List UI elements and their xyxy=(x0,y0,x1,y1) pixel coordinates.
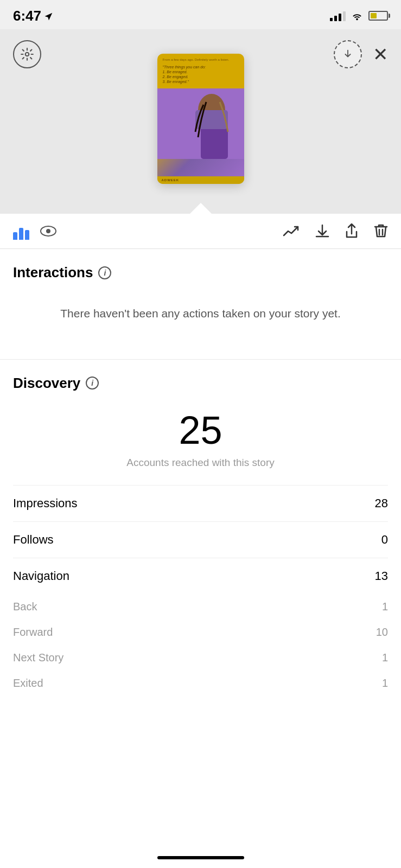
discovery-title: Discovery i xyxy=(13,375,388,392)
download-button[interactable] xyxy=(315,224,329,239)
interactions-info-button[interactable]: i xyxy=(98,266,111,279)
navigation-next-story-row: Next Story 1 xyxy=(13,645,388,671)
navigation-value: 13 xyxy=(375,569,388,583)
discovery-big-number: 25 xyxy=(13,408,388,452)
navigation-row: Navigation 13 xyxy=(13,558,388,594)
navigation-back-value: 1 xyxy=(382,601,388,613)
home-indicator xyxy=(157,856,244,859)
gear-button[interactable] xyxy=(13,40,41,68)
navigation-next-story-label: Next Story xyxy=(13,652,63,664)
navigation-forward-label: Forward xyxy=(13,626,53,639)
impressions-label: Impressions xyxy=(13,496,78,510)
download-circle-button[interactable] xyxy=(334,40,362,68)
download-circle-icon xyxy=(342,48,354,60)
interactions-label: Interactions xyxy=(13,264,93,281)
signal-bar-2 xyxy=(334,16,337,21)
status-time: 6:47 xyxy=(13,8,54,24)
impressions-value: 28 xyxy=(375,496,388,510)
navigation-forward-row: Forward 10 xyxy=(13,620,388,645)
share-button[interactable] xyxy=(345,223,359,239)
discovery-label: Discovery xyxy=(13,375,80,392)
wifi-icon xyxy=(351,11,363,21)
interactions-empty-message: There haven't been any actions taken on … xyxy=(13,283,388,344)
story-card-text: From a few days ago. Definitely worth a … xyxy=(157,54,244,88)
location-arrow-icon xyxy=(44,11,54,21)
story-card: From a few days ago. Definitely worth a … xyxy=(157,54,244,184)
interactions-section: Interactions i There haven't been any ac… xyxy=(0,249,401,360)
follows-row: Follows 0 xyxy=(13,521,388,558)
battery-fill xyxy=(371,13,377,18)
story-card-image xyxy=(157,88,244,176)
content: Interactions i There haven't been any ac… xyxy=(0,249,401,711)
navigation-back-label: Back xyxy=(13,601,37,613)
discovery-section: Discovery i 25 Accounts reached with thi… xyxy=(0,360,401,711)
gear-icon xyxy=(20,47,34,61)
story-notch xyxy=(190,203,212,214)
story-preview-area: ✕ From a few days ago. Definitely worth … xyxy=(0,29,401,214)
story-quote: "Three things you can do: 1. Be enraged.… xyxy=(163,65,239,84)
navigation-exited-label: Exited xyxy=(13,677,43,690)
top-right-buttons: ✕ xyxy=(334,40,388,68)
eye-icon xyxy=(40,225,56,237)
toolbar-left xyxy=(13,222,56,240)
download-icon xyxy=(315,224,329,239)
svg-point-6 xyxy=(46,229,50,233)
discovery-info-button[interactable]: i xyxy=(86,376,99,390)
navigation-exited-row: Exited 1 xyxy=(13,671,388,696)
follows-label: Follows xyxy=(13,533,54,547)
signal-bar-4 xyxy=(343,11,346,21)
signal-bar-3 xyxy=(339,14,341,21)
battery-icon xyxy=(368,11,388,21)
impressions-row: Impressions 28 xyxy=(13,485,388,521)
navigation-exited-value: 1 xyxy=(382,677,388,690)
discovery-big-number-label: Accounts reached with this story xyxy=(13,457,388,469)
navigation-next-story-value: 1 xyxy=(382,652,388,664)
follows-value: 0 xyxy=(381,533,388,547)
toolbar-right xyxy=(283,223,388,239)
status-bar: 6:47 xyxy=(0,0,401,29)
story-image-svg xyxy=(157,88,244,159)
navigation-label: Navigation xyxy=(13,569,69,583)
story-brand: ADWEEK xyxy=(157,176,244,184)
signal-bar-1 xyxy=(330,18,333,21)
navigation-forward-value: 10 xyxy=(376,626,388,639)
trend-up-icon xyxy=(283,225,300,238)
toolbar xyxy=(0,214,401,249)
time-label: 6:47 xyxy=(13,8,41,24)
svg-point-0 xyxy=(26,53,29,56)
trend-button[interactable] xyxy=(283,225,300,238)
trash-icon xyxy=(374,223,388,239)
status-icons xyxy=(330,10,388,21)
navigation-back-row: Back 1 xyxy=(13,594,388,620)
story-from-text: From a few days ago. Definitely worth a … xyxy=(163,58,239,62)
share-icon xyxy=(345,223,359,239)
interactions-title: Interactions i xyxy=(13,264,388,281)
delete-button[interactable] xyxy=(374,223,388,239)
chart-button[interactable] xyxy=(13,222,29,240)
eye-button[interactable] xyxy=(40,225,56,237)
close-button[interactable]: ✕ xyxy=(373,43,388,65)
signal-bars xyxy=(330,10,346,21)
